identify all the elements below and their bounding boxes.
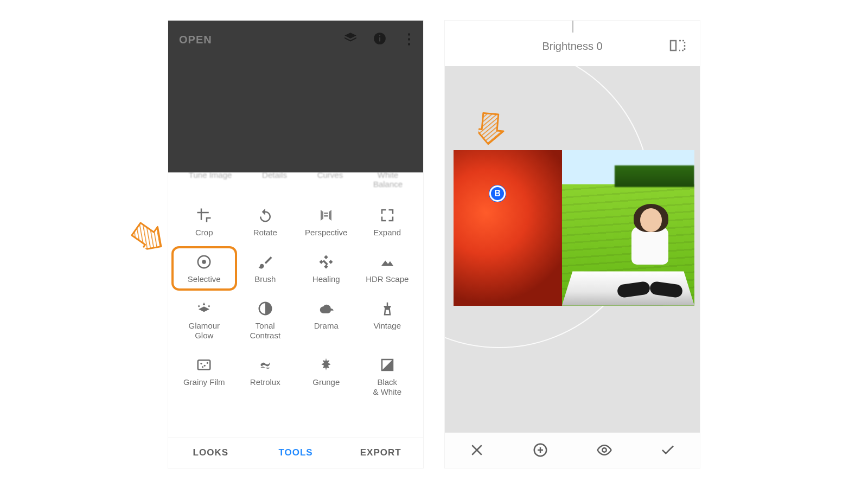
crumb: Curves <box>317 170 343 189</box>
tool-expand[interactable]: Expand <box>357 207 418 237</box>
label: Rotate <box>253 228 277 237</box>
annotation-arrow-to-point <box>477 111 518 152</box>
svg-point-9 <box>204 364 206 366</box>
svg-point-8 <box>201 362 202 364</box>
open-button[interactable]: OPEN <box>179 34 212 46</box>
svg-rect-3 <box>379 35 380 36</box>
parameter-readout: Brightness 0 <box>445 40 700 53</box>
info-icon[interactable] <box>373 31 387 48</box>
selective-edit-screen: Brightness 0 <box>445 21 700 468</box>
tool-vintage[interactable]: Vintage <box>357 300 418 341</box>
label: Drama <box>314 321 339 331</box>
tool-row-previous: Tune Image Details Curves White Balance <box>168 170 423 194</box>
selective-point-badge[interactable]: B <box>489 185 506 202</box>
tab-tools[interactable]: TOOLS <box>253 438 339 468</box>
param-name: Brightness <box>542 40 593 52</box>
add-point-button[interactable] <box>509 433 573 468</box>
tool-perspective[interactable]: Perspective <box>296 207 357 237</box>
tool-healing[interactable]: Healing <box>296 254 357 284</box>
overflow-menu-icon[interactable]: ⋮ <box>402 36 417 42</box>
tab-looks[interactable]: LOOKS <box>168 438 253 468</box>
tool-tonal-contrast[interactable]: Tonal Contrast <box>235 300 296 341</box>
param-value: 0 <box>596 40 602 52</box>
svg-point-15 <box>602 448 607 452</box>
label: Glamour Glow <box>188 321 220 341</box>
tool-grainy-film[interactable]: Grainy Film <box>174 357 235 397</box>
svg-point-10 <box>207 362 208 363</box>
compare-icon[interactable] <box>669 39 686 54</box>
image-preview-dim: OPEN ⋮ <box>168 21 423 172</box>
apply-button[interactable] <box>636 433 700 468</box>
tool-hdr-scape[interactable]: HDR Scape <box>357 254 418 284</box>
photo <box>454 150 694 306</box>
label: Perspective <box>305 228 347 237</box>
tab-export[interactable]: EXPORT <box>338 438 423 468</box>
label: Selective <box>188 274 221 284</box>
edit-canvas[interactable]: B <box>445 66 700 433</box>
tool-drama[interactable]: Drama <box>296 300 357 341</box>
label: Expand <box>373 228 401 237</box>
tool-grunge[interactable]: Grunge <box>296 357 357 397</box>
label: Vintage <box>373 321 401 331</box>
tool-retrolux[interactable]: Retrolux <box>235 357 296 397</box>
tool-brush[interactable]: Brush <box>235 254 296 284</box>
svg-rect-2 <box>379 37 380 41</box>
label: Crop <box>195 228 213 237</box>
label: Tonal Contrast <box>250 321 280 341</box>
crumb: Tune Image <box>189 170 232 189</box>
tools-grid: Crop Rotate Perspective Expand Selective… <box>168 194 423 402</box>
label: Grainy Film <box>183 377 225 387</box>
label: Grunge <box>312 377 340 387</box>
layers-icon[interactable] <box>343 31 358 48</box>
tool-rotate[interactable]: Rotate <box>235 207 296 237</box>
svg-rect-7 <box>198 360 210 370</box>
tools-screen: OPEN ⋮ Tune Image Details Curves White B… <box>168 21 423 468</box>
label: Brush <box>254 274 276 284</box>
label: Retrolux <box>250 377 280 387</box>
view-button[interactable] <box>572 433 636 468</box>
label: HDR Scape <box>366 274 409 284</box>
label: Black & White <box>373 377 401 397</box>
svg-point-11 <box>202 366 203 368</box>
tool-crop[interactable]: Crop <box>174 207 235 237</box>
crumb: White Balance <box>373 170 403 189</box>
tool-selective[interactable]: Selective <box>171 246 237 291</box>
svg-point-5 <box>202 260 207 264</box>
crumb: Details <box>262 170 287 189</box>
cancel-button[interactable] <box>445 433 509 468</box>
tool-glamour-glow[interactable]: Glamour Glow <box>174 300 235 341</box>
action-bar <box>445 432 700 468</box>
bottom-tabs: LOOKS TOOLS EXPORT <box>168 438 423 468</box>
svg-rect-13 <box>671 41 676 50</box>
tool-black-white[interactable]: Black & White <box>357 357 418 397</box>
slider-indicator <box>572 21 573 33</box>
label: Healing <box>312 274 340 284</box>
